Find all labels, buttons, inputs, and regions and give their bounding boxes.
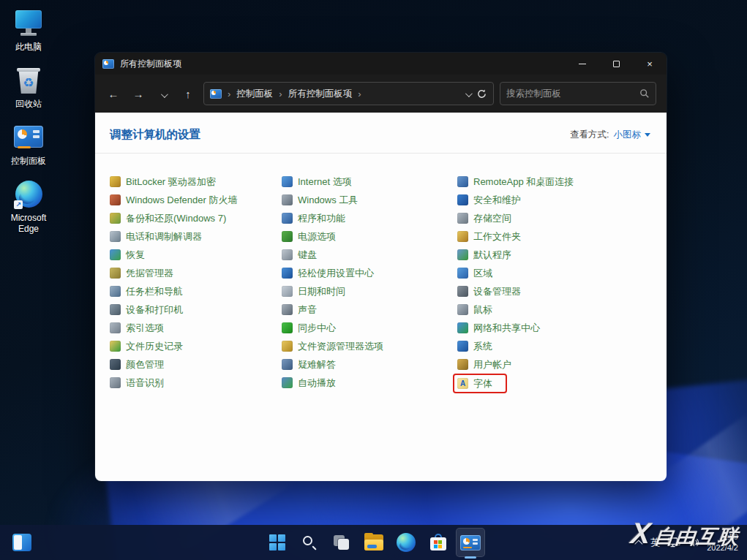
control-panel-item[interactable]: 文件历史记录 bbox=[110, 337, 186, 355]
close-button[interactable]: × bbox=[633, 53, 667, 75]
control-panel-item[interactable]: 同步中心 bbox=[282, 319, 339, 337]
fonts-icon: A bbox=[457, 378, 468, 389]
breadcrumb-separator[interactable]: › bbox=[279, 88, 282, 99]
storage-spaces-icon bbox=[457, 213, 468, 224]
autoplay-icon bbox=[282, 377, 293, 388]
back-button[interactable]: ← bbox=[104, 88, 123, 100]
control-panel-item[interactable]: 声音 bbox=[282, 300, 320, 319]
items-column-1: BitLocker 驱动器加密 Windows Defender 防火墙 备份和… bbox=[110, 173, 282, 393]
control-panel-items: BitLocker 驱动器加密 Windows Defender 防火墙 备份和… bbox=[95, 154, 667, 393]
control-panel-item[interactable]: 日期和时间 bbox=[282, 282, 348, 300]
desktop-icon-this-pc[interactable]: 此电脑 bbox=[4, 6, 53, 56]
file-explorer-button[interactable] bbox=[359, 528, 388, 557]
control-panel-item[interactable]: Internet 选项 bbox=[282, 173, 355, 191]
search-button[interactable] bbox=[295, 528, 324, 557]
control-panel-item[interactable]: 自动播放 bbox=[282, 374, 339, 392]
desktop-icon-label: 回收站 bbox=[15, 99, 42, 110]
ime-indicator[interactable]: 英 bbox=[650, 536, 660, 549]
system-tray: 英 8:59 2022/4/2 bbox=[637, 525, 741, 560]
control-panel-item[interactable]: A 字体 bbox=[453, 374, 507, 393]
control-panel-item[interactable]: 系统 bbox=[457, 337, 495, 355]
recent-pages-button[interactable] bbox=[154, 88, 173, 100]
network-icon[interactable] bbox=[667, 537, 680, 548]
refresh-icon[interactable] bbox=[476, 88, 487, 99]
tray-time: 8:59 bbox=[707, 531, 738, 542]
control-panel-item[interactable]: 索引选项 bbox=[110, 319, 167, 337]
taskbar-clock[interactable]: 8:59 2022/4/2 bbox=[707, 531, 741, 554]
edge-button[interactable] bbox=[391, 528, 421, 557]
desktop-icon-edge[interactable]: ↗ Microsoft Edge bbox=[4, 177, 53, 238]
control-panel-item[interactable]: 鼠标 bbox=[457, 300, 495, 319]
desktop-icon-recycle-bin[interactable]: ♻ 回收站 bbox=[4, 63, 53, 113]
this-pc-icon bbox=[12, 9, 45, 38]
recycle-bin-icon: ♻ bbox=[12, 66, 45, 95]
sync-center-icon bbox=[282, 322, 293, 333]
search-input[interactable] bbox=[506, 88, 639, 99]
control-panel-item[interactable]: RemoteApp 和桌面连接 bbox=[457, 173, 577, 191]
search-box[interactable] bbox=[500, 82, 656, 105]
control-panel-item[interactable]: 用户帐户 bbox=[457, 355, 514, 374]
control-panel-item[interactable]: 颜色管理 bbox=[110, 355, 167, 374]
control-panel-icon bbox=[460, 535, 481, 550]
store-button[interactable] bbox=[424, 528, 453, 557]
desktop-icon-label: 此电脑 bbox=[15, 42, 42, 53]
control-panel-item[interactable]: 任务栏和导航 bbox=[110, 282, 186, 300]
control-panel-item[interactable]: 程序和功能 bbox=[282, 209, 348, 227]
control-panel-item[interactable]: 轻松使用设置中心 bbox=[282, 264, 377, 282]
desktop-icon-control-panel[interactable]: 控制面板 bbox=[4, 120, 53, 170]
control-panel-item[interactable]: 语音识别 bbox=[110, 374, 167, 392]
control-panel-item[interactable]: 恢复 bbox=[110, 246, 148, 264]
control-panel-item[interactable]: 电源选项 bbox=[282, 227, 339, 246]
edge-icon bbox=[397, 533, 416, 552]
ease-of-access-icon bbox=[282, 268, 293, 279]
control-panel-item[interactable]: 工作文件夹 bbox=[457, 227, 524, 246]
control-panel-item[interactable]: Windows Defender 防火墙 bbox=[110, 191, 240, 209]
control-panel-item[interactable]: 区域 bbox=[457, 264, 495, 282]
control-panel-task-button[interactable] bbox=[456, 528, 485, 557]
control-panel-icon bbox=[12, 123, 45, 152]
backup-restore-icon bbox=[110, 213, 121, 224]
control-panel-item[interactable]: BitLocker 驱动器加密 bbox=[110, 173, 219, 191]
breadcrumb-control-panel[interactable]: 控制面板 bbox=[236, 88, 273, 100]
breadcrumb-all-items[interactable]: 所有控制面板项 bbox=[288, 88, 353, 100]
task-view-button[interactable] bbox=[327, 528, 356, 557]
address-dropdown-button[interactable] bbox=[465, 87, 470, 100]
start-icon bbox=[269, 534, 285, 550]
breadcrumb-separator[interactable]: › bbox=[358, 88, 361, 99]
control-panel-item[interactable]: 疑难解答 bbox=[282, 355, 339, 374]
view-by-dropdown[interactable]: 小图标 bbox=[614, 129, 651, 141]
control-panel-item[interactable]: 备份和还原(Windows 7) bbox=[110, 209, 229, 227]
chevron-down-icon bbox=[160, 91, 168, 98]
window-content: 调整计算机的设置 查看方式: 小图标 BitLocker 驱动器加密 Wind bbox=[95, 113, 667, 481]
desktop-icons: 此电脑 ♻ 回收站 控制面板 ↗ Microsoft Edge bbox=[4, 6, 53, 238]
address-bar[interactable]: › 控制面板 › 所有控制面板项 › bbox=[203, 82, 494, 105]
window-titlebar[interactable]: 所有控制面板项 × bbox=[95, 53, 667, 75]
view-by-control: 查看方式: 小图标 bbox=[570, 129, 650, 141]
control-panel-item[interactable]: 文件资源管理器选项 bbox=[282, 337, 386, 355]
maximize-button[interactable] bbox=[599, 53, 633, 75]
control-panel-item[interactable]: 默认程序 bbox=[457, 246, 514, 264]
search-icon bbox=[301, 534, 318, 550]
control-panel-item[interactable]: 设备管理器 bbox=[457, 282, 524, 300]
desktop-icon-label: 控制面板 bbox=[11, 156, 46, 167]
start-button[interactable] bbox=[263, 528, 292, 557]
forward-button[interactable]: → bbox=[129, 88, 148, 100]
control-panel-item[interactable]: 存储空间 bbox=[457, 209, 514, 227]
control-panel-item[interactable]: 键盘 bbox=[282, 246, 320, 264]
speaker-icon[interactable] bbox=[688, 537, 699, 548]
control-panel-item[interactable]: 安全和维护 bbox=[457, 191, 524, 209]
search-icon[interactable] bbox=[639, 88, 650, 99]
widgets-button[interactable] bbox=[7, 528, 37, 557]
control-panel-item[interactable]: 网络和共享中心 bbox=[457, 319, 543, 337]
control-panel-item[interactable]: 设备和打印机 bbox=[110, 300, 186, 319]
windows-tools-icon bbox=[282, 194, 293, 205]
tray-chevron-up-icon[interactable] bbox=[634, 540, 642, 548]
recovery-icon bbox=[110, 249, 121, 260]
control-panel-item[interactable]: Windows 工具 bbox=[282, 191, 361, 209]
up-button[interactable]: ↑ bbox=[179, 88, 198, 100]
default-programs-icon bbox=[457, 249, 468, 260]
minimize-button[interactable] bbox=[566, 53, 599, 75]
control-panel-item[interactable]: 凭据管理器 bbox=[110, 264, 176, 282]
dropdown-triangle-icon bbox=[645, 133, 650, 137]
control-panel-item[interactable]: 电话和调制解调器 bbox=[110, 227, 205, 246]
